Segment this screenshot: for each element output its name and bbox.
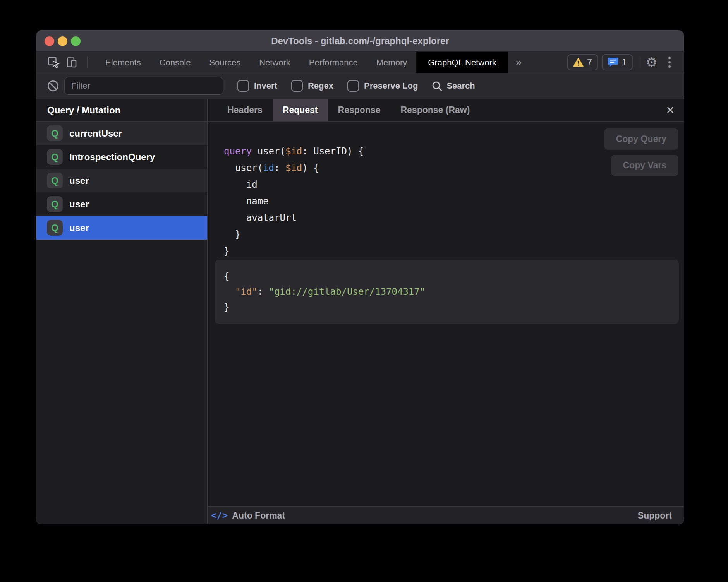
checkbox-label: Regex [308,81,333,91]
checkbox-box[interactable] [237,80,249,92]
code-line: avatarUrl [224,210,684,226]
detail-tab-response-raw[interactable]: Response (Raw) [390,99,480,121]
detail-tab-response[interactable]: Response [328,99,391,121]
issues-badge[interactable]: 1 [602,54,633,70]
query-name-label: user [69,199,89,210]
query-name-label: IntrospectionQuery [69,152,155,163]
query-variables-box: { "id": "gid://gitlab/User/13704317"} [215,260,679,324]
warnings-count: 7 [587,57,592,68]
code-line: id [224,176,684,193]
checkbox-label: Invert [254,81,277,91]
query-name-label: user [69,175,89,186]
query-list-item[interactable]: Quser [36,169,207,192]
query-list-item[interactable]: Quser [36,192,207,216]
search-label: Search [446,81,475,91]
query-name-label: user [69,223,89,233]
minimize-window-button[interactable] [58,36,67,46]
query-name-label: currentUser [69,128,122,139]
warnings-badge[interactable]: 7 [567,54,598,70]
inspect-element-icon[interactable] [47,56,60,68]
title-bar: DevTools - gitlab.com/-/graphql-explorer [36,31,684,52]
clear-block-icon[interactable] [48,80,58,91]
checkbox-label: Preserve Log [364,81,418,91]
close-detail-icon[interactable]: ✕ [666,99,675,122]
detail-tab-headers[interactable]: Headers [217,99,273,121]
more-tabs-icon[interactable]: » [508,56,530,68]
query-list: QcurrentUserQIntrospectionQueryQuserQuse… [36,122,207,240]
search-control[interactable]: Search [432,81,475,91]
auto-format-icon: </> [211,510,228,521]
code-line: } [224,226,684,243]
toolbar-divider [87,56,88,68]
message-bubble-icon [608,57,618,67]
checkbox-invert[interactable]: Invert [237,80,277,92]
devtools-tab-memory[interactable]: Memory [367,52,416,73]
devtools-tab-performance[interactable]: Performance [300,52,367,73]
devtools-toolbar: ElementsConsoleSourcesNetworkPerformance… [36,52,684,73]
toolbar-right-controls: 7 1 ⚙ [563,52,684,73]
support-link[interactable]: Support [638,510,672,521]
request-view: query user($id: UserID) { user(id: $id) … [208,122,684,506]
checkbox-regex[interactable]: Regex [291,80,333,92]
toolbar-divider [640,56,640,68]
detail-tab-bar: HeadersRequestResponseResponse (Raw)✕ [208,99,684,122]
query-sidebar: Query / Mutation QcurrentUserQIntrospect… [36,99,208,524]
query-type-badge: Q [47,149,63,165]
query-type-badge: Q [47,173,63,188]
settings-gear-icon[interactable]: ⚙ [646,56,658,69]
window-title: DevTools - gitlab.com/-/graphql-explorer [36,31,684,51]
devtools-tab-console[interactable]: Console [150,52,200,73]
query-list-item[interactable]: QcurrentUser [36,122,207,145]
filter-bar: InvertRegexPreserve Log Search [36,73,684,99]
sidebar-header: Query / Mutation [36,99,207,122]
code-line: { [224,269,679,284]
close-window-button[interactable] [45,36,54,46]
traffic-lights [45,36,81,46]
search-icon [432,81,442,91]
query-type-badge: Q [47,220,63,236]
copy-vars-button[interactable]: Copy Vars [611,155,679,176]
code-line: "id": "gid://gitlab/User/13704317" [224,284,679,300]
zoom-window-button[interactable] [71,36,81,46]
checkbox-box[interactable] [347,80,359,92]
query-list-item[interactable]: QIntrospectionQuery [36,145,207,169]
warning-triangle-icon [573,58,584,67]
issues-count: 1 [622,57,627,68]
more-options-kebab-icon[interactable] [663,57,676,68]
filter-input[interactable] [64,77,223,95]
devtools-tab-sources[interactable]: Sources [200,52,250,73]
filter-checkboxes: InvertRegexPreserve Log [223,80,418,92]
checkbox-preserve-log[interactable]: Preserve Log [347,80,418,92]
code-line: } [224,300,679,315]
auto-format-button[interactable]: Auto Format [232,510,285,521]
checkbox-box[interactable] [291,80,303,92]
devtools-tab-network[interactable]: Network [250,52,300,73]
devtools-tab-elements[interactable]: Elements [96,52,150,73]
devtools-tab-list: ElementsConsoleSourcesNetworkPerformance… [96,52,508,73]
copy-buttons: Copy Query Copy Vars [604,128,678,176]
detail-footer: </> Auto Format Support [208,506,684,524]
devtools-window: DevTools - gitlab.com/-/graphql-explorer… [36,30,684,524]
copy-query-button[interactable]: Copy Query [604,128,678,150]
query-type-badge: Q [47,125,63,141]
query-type-badge: Q [47,196,63,212]
code-line: name [224,193,684,210]
query-list-item[interactable]: Quser [36,216,207,240]
detail-panel: HeadersRequestResponseResponse (Raw)✕ qu… [208,99,684,524]
detail-tab-request[interactable]: Request [273,99,328,121]
device-toolbar-icon[interactable] [66,56,78,68]
code-line: } [224,243,684,260]
devtools-tab-graphql-network[interactable]: GraphQL Network [416,52,508,73]
